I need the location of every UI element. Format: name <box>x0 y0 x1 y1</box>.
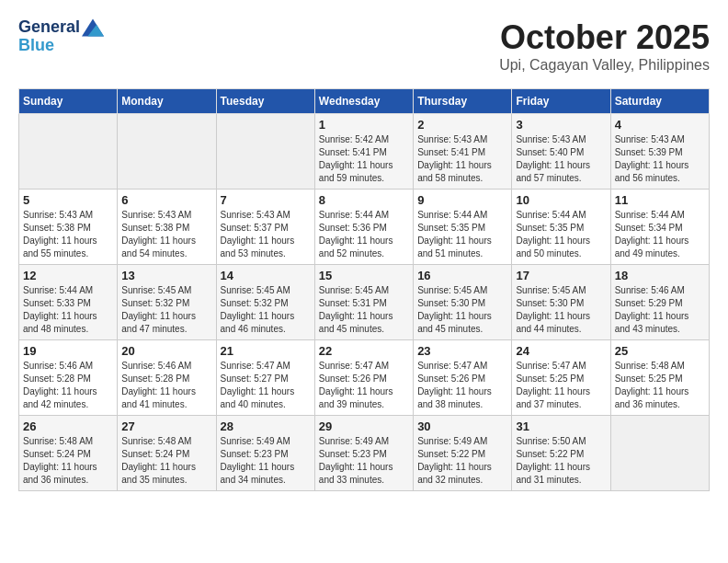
table-row <box>216 114 314 190</box>
table-row: 30Sunrise: 5:49 AM Sunset: 5:22 PM Dayli… <box>414 416 512 491</box>
day-number: 19 <box>23 344 113 358</box>
day-number: 26 <box>23 419 113 433</box>
header-saturday: Saturday <box>610 89 709 114</box>
day-number: 27 <box>121 419 211 433</box>
table-row: 25Sunrise: 5:48 AM Sunset: 5:25 PM Dayli… <box>610 340 709 416</box>
table-row <box>19 114 118 190</box>
table-row: 17Sunrise: 5:45 AM Sunset: 5:30 PM Dayli… <box>512 265 610 340</box>
day-number: 11 <box>615 193 705 207</box>
day-info: Sunrise: 5:46 AM Sunset: 5:28 PM Dayligh… <box>23 360 113 411</box>
day-number: 3 <box>516 118 606 132</box>
table-row: 9Sunrise: 5:44 AM Sunset: 5:35 PM Daylig… <box>414 190 512 265</box>
day-info: Sunrise: 5:47 AM Sunset: 5:25 PM Dayligh… <box>516 360 606 411</box>
day-info: Sunrise: 5:45 AM Sunset: 5:30 PM Dayligh… <box>516 284 606 336</box>
logo-icon <box>82 18 104 37</box>
day-number: 22 <box>319 344 409 358</box>
day-info: Sunrise: 5:49 AM Sunset: 5:23 PM Dayligh… <box>319 435 409 487</box>
calendar-week-row: 26Sunrise: 5:48 AM Sunset: 5:24 PM Dayli… <box>19 416 710 491</box>
day-number: 10 <box>516 193 606 207</box>
table-row: 26Sunrise: 5:48 AM Sunset: 5:24 PM Dayli… <box>19 416 118 491</box>
day-info: Sunrise: 5:45 AM Sunset: 5:30 PM Dayligh… <box>417 284 507 336</box>
day-number: 9 <box>417 193 507 207</box>
table-row: 15Sunrise: 5:45 AM Sunset: 5:31 PM Dayli… <box>314 265 413 340</box>
table-row: 13Sunrise: 5:45 AM Sunset: 5:32 PM Dayli… <box>118 265 216 340</box>
table-row: 21Sunrise: 5:47 AM Sunset: 5:27 PM Dayli… <box>216 340 314 416</box>
table-row: 22Sunrise: 5:47 AM Sunset: 5:26 PM Dayli… <box>314 340 413 416</box>
day-info: Sunrise: 5:48 AM Sunset: 5:25 PM Dayligh… <box>615 360 705 411</box>
header-sunday: Sunday <box>19 89 118 114</box>
table-row: 4Sunrise: 5:43 AM Sunset: 5:39 PM Daylig… <box>610 114 709 190</box>
month-title: October 2025 <box>499 18 710 57</box>
day-info: Sunrise: 5:44 AM Sunset: 5:35 PM Dayligh… <box>516 209 606 260</box>
table-row: 1Sunrise: 5:42 AM Sunset: 5:41 PM Daylig… <box>314 114 413 190</box>
day-number: 16 <box>417 269 507 282</box>
day-info: Sunrise: 5:44 AM Sunset: 5:35 PM Dayligh… <box>417 209 507 260</box>
day-number: 17 <box>516 269 606 282</box>
day-info: Sunrise: 5:49 AM Sunset: 5:22 PM Dayligh… <box>417 435 507 487</box>
day-number: 20 <box>121 344 211 358</box>
calendar-week-row: 12Sunrise: 5:44 AM Sunset: 5:33 PM Dayli… <box>19 265 710 340</box>
table-row: 6Sunrise: 5:43 AM Sunset: 5:38 PM Daylig… <box>118 190 216 265</box>
calendar-week-row: 5Sunrise: 5:43 AM Sunset: 5:38 PM Daylig… <box>19 190 710 265</box>
day-number: 13 <box>121 269 211 282</box>
day-info: Sunrise: 5:43 AM Sunset: 5:41 PM Dayligh… <box>417 133 507 185</box>
day-info: Sunrise: 5:43 AM Sunset: 5:39 PM Dayligh… <box>615 133 705 185</box>
day-info: Sunrise: 5:43 AM Sunset: 5:37 PM Dayligh… <box>221 209 311 260</box>
calendar-week-row: 19Sunrise: 5:46 AM Sunset: 5:28 PM Dayli… <box>19 340 710 416</box>
day-number: 30 <box>417 419 507 433</box>
table-row <box>118 114 216 190</box>
calendar: Sunday Monday Tuesday Wednesday Thursday… <box>18 88 710 491</box>
logo: General Blue <box>18 18 104 55</box>
table-row: 27Sunrise: 5:48 AM Sunset: 5:24 PM Dayli… <box>118 416 216 491</box>
subtitle: Upi, Cagayan Valley, Philippines <box>499 57 710 74</box>
day-number: 21 <box>221 344 311 358</box>
header-monday: Monday <box>118 89 216 114</box>
day-info: Sunrise: 5:44 AM Sunset: 5:36 PM Dayligh… <box>319 209 409 260</box>
day-info: Sunrise: 5:43 AM Sunset: 5:38 PM Dayligh… <box>23 209 113 260</box>
calendar-week-row: 1Sunrise: 5:42 AM Sunset: 5:41 PM Daylig… <box>19 114 710 190</box>
day-number: 29 <box>319 419 409 433</box>
header-thursday: Thursday <box>414 89 512 114</box>
table-row: 31Sunrise: 5:50 AM Sunset: 5:22 PM Dayli… <box>512 416 610 491</box>
day-info: Sunrise: 5:48 AM Sunset: 5:24 PM Dayligh… <box>23 435 113 487</box>
table-row: 16Sunrise: 5:45 AM Sunset: 5:30 PM Dayli… <box>414 265 512 340</box>
day-number: 1 <box>319 118 409 132</box>
table-row: 11Sunrise: 5:44 AM Sunset: 5:34 PM Dayli… <box>610 190 709 265</box>
day-info: Sunrise: 5:50 AM Sunset: 5:22 PM Dayligh… <box>516 435 606 487</box>
table-row: 8Sunrise: 5:44 AM Sunset: 5:36 PM Daylig… <box>314 190 413 265</box>
table-row: 19Sunrise: 5:46 AM Sunset: 5:28 PM Dayli… <box>19 340 118 416</box>
table-row: 23Sunrise: 5:47 AM Sunset: 5:26 PM Dayli… <box>414 340 512 416</box>
table-row: 18Sunrise: 5:46 AM Sunset: 5:29 PM Dayli… <box>610 265 709 340</box>
day-number: 4 <box>615 118 705 132</box>
day-info: Sunrise: 5:47 AM Sunset: 5:27 PM Dayligh… <box>221 360 311 411</box>
day-number: 31 <box>516 419 606 433</box>
day-info: Sunrise: 5:45 AM Sunset: 5:31 PM Dayligh… <box>319 284 409 336</box>
table-row: 5Sunrise: 5:43 AM Sunset: 5:38 PM Daylig… <box>19 190 118 265</box>
title-section: October 2025 Upi, Cagayan Valley, Philip… <box>499 18 710 74</box>
header-tuesday: Tuesday <box>216 89 314 114</box>
table-row: 12Sunrise: 5:44 AM Sunset: 5:33 PM Dayli… <box>19 265 118 340</box>
table-row: 2Sunrise: 5:43 AM Sunset: 5:41 PM Daylig… <box>414 114 512 190</box>
day-number: 5 <box>23 193 113 207</box>
day-number: 6 <box>121 193 211 207</box>
day-number: 7 <box>221 193 311 207</box>
day-info: Sunrise: 5:46 AM Sunset: 5:29 PM Dayligh… <box>615 284 705 336</box>
day-info: Sunrise: 5:48 AM Sunset: 5:24 PM Dayligh… <box>121 435 211 487</box>
day-number: 28 <box>221 419 311 433</box>
day-number: 14 <box>221 269 311 282</box>
day-info: Sunrise: 5:43 AM Sunset: 5:40 PM Dayligh… <box>516 133 606 185</box>
day-number: 12 <box>23 269 113 282</box>
day-info: Sunrise: 5:47 AM Sunset: 5:26 PM Dayligh… <box>417 360 507 411</box>
day-info: Sunrise: 5:46 AM Sunset: 5:28 PM Dayligh… <box>121 360 211 411</box>
table-row: 20Sunrise: 5:46 AM Sunset: 5:28 PM Dayli… <box>118 340 216 416</box>
table-row: 10Sunrise: 5:44 AM Sunset: 5:35 PM Dayli… <box>512 190 610 265</box>
day-info: Sunrise: 5:44 AM Sunset: 5:33 PM Dayligh… <box>23 284 113 336</box>
day-info: Sunrise: 5:49 AM Sunset: 5:23 PM Dayligh… <box>221 435 311 487</box>
day-number: 25 <box>615 344 705 358</box>
day-info: Sunrise: 5:42 AM Sunset: 5:41 PM Dayligh… <box>319 133 409 185</box>
table-row: 29Sunrise: 5:49 AM Sunset: 5:23 PM Dayli… <box>314 416 413 491</box>
table-row: 28Sunrise: 5:49 AM Sunset: 5:23 PM Dayli… <box>216 416 314 491</box>
header-wednesday: Wednesday <box>314 89 413 114</box>
table-row: 3Sunrise: 5:43 AM Sunset: 5:40 PM Daylig… <box>512 114 610 190</box>
weekday-header-row: Sunday Monday Tuesday Wednesday Thursday… <box>19 89 710 114</box>
